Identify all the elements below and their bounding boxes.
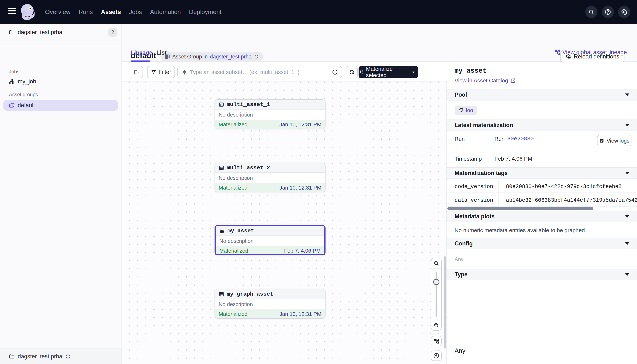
tab-list[interactable]: List [156, 50, 166, 56]
materialize-dropdown-caret[interactable] [409, 66, 418, 78]
asset-node-description: No description [215, 173, 325, 183]
nav-jobs[interactable]: Jobs [129, 8, 142, 16]
lineage-graph-icon [433, 338, 439, 344]
help-icon[interactable] [602, 6, 614, 18]
asset-node-header: multi_asset_1 [215, 100, 325, 110]
tags-horizontal-scrollbar[interactable] [447, 207, 593, 210]
view-global-asset-lineage-link[interactable]: View global asset lineage [555, 49, 627, 56]
section-header-pool[interactable]: Pool [447, 89, 637, 100]
download-image-button[interactable] [431, 350, 442, 361]
zoom-in-button[interactable] [431, 258, 441, 268]
nav-overview[interactable]: Overview [45, 8, 71, 16]
chevron-down-icon [625, 124, 629, 126]
graph-vertical-scrollbar[interactable] [444, 256, 446, 348]
zoom-out-button[interactable] [431, 320, 441, 330]
sidebar-item-my-job[interactable]: my_job [9, 78, 36, 85]
materialize-selected-button[interactable]: Materialize selected [359, 66, 418, 78]
materialization-date-link[interactable]: Jan 10, 12:31 PM [280, 311, 321, 317]
tab-lineage[interactable]: Lineage [131, 50, 152, 56]
refresh-icon[interactable] [65, 354, 71, 359]
chevron-down-icon [625, 94, 629, 96]
section-header-type[interactable]: Type [447, 269, 637, 280]
asset-node-my-asset-selected[interactable]: my_asset No description Materialized Feb… [215, 225, 326, 256]
data-version-row: data_version ab14be32f606383bbf4a144cf77… [447, 193, 637, 206]
sidebar-jobs-label: Jobs [9, 69, 19, 75]
sidebar-repo-name: dagster_test.prha [18, 29, 62, 36]
materialized-status: Materialized [219, 248, 248, 254]
section-tags-label: Materialization tags [455, 170, 508, 176]
config-value: Any [455, 256, 464, 262]
zoom-in-icon [433, 260, 439, 266]
external-link-icon [510, 78, 516, 83]
asset-node-multi-asset-2[interactable]: multi_asset_2 No description Materialize… [215, 163, 326, 192]
asset-node-header: my_asset [216, 226, 324, 236]
asset-node-description: No description [215, 110, 325, 120]
section-header-materialization-tags[interactable]: Materialization tags [447, 168, 637, 179]
chevron-down-icon [411, 70, 416, 74]
zoom-slider-track [436, 272, 437, 316]
table-icon [219, 291, 224, 297]
panel-divider [447, 62, 447, 364]
section-header-metadata-plots[interactable]: Metadata plots [447, 210, 637, 222]
sidebar-item-default-group[interactable]: default [3, 100, 118, 111]
sidebar-repo-row[interactable]: dagster_test.prha 2 [0, 24, 121, 41]
data-version-value: ab14be32f606383bbf4a144cf77319a5da7ca754… [499, 193, 637, 206]
logs-icon [599, 138, 604, 143]
sidebar: dagster_test.prha 2 Jobs my_job Asset gr… [0, 24, 122, 364]
graph-zoom-controls [431, 258, 442, 330]
asset-node-name: multi_asset_1 [227, 102, 270, 108]
asset-node-multi-asset-1[interactable]: multi_asset_1 No description Materialize… [215, 100, 326, 129]
view-in-asset-catalog-label: View in Asset Catalog [455, 78, 508, 84]
materialize-selected-main[interactable]: Materialize selected [359, 66, 409, 78]
chip-prefix: Asset Group in [172, 54, 208, 60]
search-icon[interactable] [585, 6, 597, 18]
view-global-asset-lineage-label: View global asset lineage [562, 49, 627, 56]
timestamp-row-value: Feb 7, 4:06 PM [487, 151, 637, 167]
asset-node-status-row: Materialized Jan 10, 12:31 PM [215, 183, 325, 192]
asset-subset-search[interactable] [177, 66, 342, 78]
materialization-date-link[interactable]: Jan 10, 12:31 PM [280, 122, 321, 128]
refresh-graph-button[interactable] [346, 66, 358, 78]
zoom-slider[interactable] [431, 268, 441, 320]
settings-gear-icon[interactable] [618, 6, 630, 18]
page-header: default Asset Group in dagster_test.prha… [122, 24, 637, 62]
view-logs-label: View logs [606, 138, 629, 144]
info-icon[interactable] [332, 69, 338, 75]
chevron-down-icon [625, 215, 629, 218]
nav-assets[interactable]: Assets [101, 8, 121, 16]
materialize-selected-label: Materialize selected [366, 66, 408, 78]
asset-subset-input[interactable] [190, 69, 329, 75]
latest-timestamp-row: Timestamp Feb 7, 4:06 PM [447, 151, 637, 168]
materialization-date-link[interactable]: Feb 7, 4:06 PM [284, 248, 321, 254]
refresh-icon[interactable] [254, 54, 259, 59]
materialization-date-link[interactable]: Jan 10, 12:31 PM [280, 185, 321, 191]
asset-node-my-graph-asset[interactable]: my_graph_asset No description Materializ… [215, 289, 326, 319]
collapse-panel-button[interactable] [131, 66, 143, 78]
section-header-config[interactable]: Config [447, 238, 637, 249]
zoom-out-icon [433, 322, 439, 328]
chip-repo-link[interactable]: dagster_test.prha [210, 54, 252, 60]
lineage-graph-icon [555, 50, 560, 55]
table-icon [219, 165, 224, 170]
nav-deployment[interactable]: Deployment [189, 8, 221, 16]
asset-group-chip: Asset Group in dagster_test.prha [160, 52, 263, 62]
hamburger-menu-icon[interactable] [8, 8, 16, 16]
run-prefix: Run [495, 136, 505, 142]
view-in-asset-catalog-link[interactable]: View in Asset Catalog [455, 78, 516, 84]
dagster-logo[interactable] [20, 3, 36, 21]
lineage-graph-canvas[interactable]: multi_asset_1 No description Materialize… [122, 82, 447, 364]
panel-toggle-icon [134, 69, 140, 75]
chevron-down-icon [625, 172, 629, 174]
table-icon [219, 228, 225, 234]
pool-tag-foo[interactable]: foo [455, 106, 477, 115]
section-header-latest-materialization[interactable]: Latest materialization [447, 120, 637, 131]
filter-button[interactable]: Filter [147, 66, 175, 78]
pool-tag-label: foo [466, 107, 473, 114]
nav-automation[interactable]: Automation [150, 8, 181, 16]
run-id-link[interactable]: 80e20830 [507, 136, 534, 142]
nav-runs[interactable]: Runs [79, 8, 93, 16]
view-logs-button[interactable]: View logs [597, 135, 631, 146]
asset-node-description: No description [215, 299, 325, 310]
zoom-slider-handle[interactable] [433, 279, 440, 285]
relayout-graph-button[interactable] [431, 336, 442, 346]
